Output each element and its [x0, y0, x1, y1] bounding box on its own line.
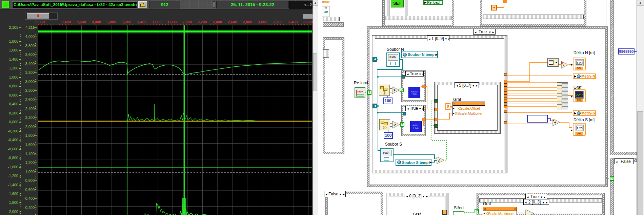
case-prev-icon[interactable]	[474, 29, 477, 34]
case-prev-icon[interactable]	[406, 71, 409, 76]
seq-next-icon[interactable]	[448, 36, 449, 41]
shift-register-left-icon[interactable]: ◀	[373, 104, 377, 108]
graf-property-node[interactable]: ?!?! XScale.Offset XScale.Multiplier	[452, 102, 485, 116]
y2-tick	[35, 156, 36, 156]
divide-node[interactable]: ÷	[561, 61, 569, 69]
y1-tick	[20, 142, 21, 142]
soubor-s-path-control[interactable]: Path	[380, 148, 394, 162]
case-dropdown-icon[interactable]	[419, 106, 421, 111]
reload-local-variable[interactable]: ▶ Re-load	[423, 0, 443, 5]
case-prev-icon[interactable]	[325, 192, 328, 196]
diagram-scrollbar[interactable]: ▲	[637, 0, 644, 215]
diagram-scrollbar-thumb[interactable]	[637, 111, 643, 215]
case-dropdown-icon[interactable]	[419, 71, 421, 76]
not-equal-node[interactable]: ≠	[437, 156, 445, 165]
soubor-s-temp-local[interactable]: Soubor S temp ▶	[396, 159, 431, 166]
set-button[interactable]: SET	[391, 0, 404, 7]
numeric-constant-100[interactable]: 100	[384, 132, 393, 139]
seq-dropdown-icon[interactable]	[472, 83, 475, 88]
array-size-node[interactable]: ▸	[547, 58, 559, 67]
metry-s-local[interactable]: ▶ Metry-S	[573, 110, 596, 116]
sequence-film-border	[483, 15, 584, 19]
bottom-right-case-selector[interactable]: True	[525, 194, 547, 199]
graph-position-slider-thumb[interactable]: 0	[27, 13, 49, 19]
seq-next-icon[interactable]	[476, 83, 478, 88]
y1-tick	[20, 74, 21, 75]
case-next-icon[interactable]	[422, 106, 424, 111]
y1-tick	[20, 146, 21, 147]
graf-property-node-2[interactable]: ?!?! XScale.Maximum	[483, 207, 517, 215]
y2-tick	[35, 41, 36, 41]
left-scrollbar-thumb[interactable]	[313, 53, 317, 91]
waveform-graph-plot	[38, 25, 312, 215]
case-prev-icon[interactable]	[615, 159, 618, 164]
seq-dropdown-icon[interactable]	[445, 36, 447, 41]
array-constant[interactable]	[527, 115, 548, 123]
file-path-field[interactable]: C:\Users\Pav...\Soft_2015\Uprava_dat\csa…	[12, 1, 137, 8]
seq-prev-icon[interactable]	[456, 83, 458, 88]
y-left-tick-label: -1,800	[1, 200, 18, 205]
build-array-node[interactable]	[557, 82, 568, 109]
far-right-case-selector[interactable]: False	[614, 158, 634, 164]
case-next-icon[interactable]	[492, 29, 495, 34]
seq-prev-icon[interactable]	[428, 36, 431, 41]
file-info-node[interactable]: ⓘ	[379, 85, 390, 96]
browse-file-button[interactable]	[138, 1, 147, 8]
sequence-structure-top-right[interactable]	[480, 0, 586, 26]
bottom-left-case-selector[interactable]: False	[324, 191, 346, 197]
bottom-sequence-selector[interactable]: 0 [0..3]	[405, 193, 429, 199]
greater-than-node[interactable]: >	[392, 86, 400, 94]
metry-n-local[interactable]: ▶ Metry-N	[573, 73, 596, 79]
seq-dropdown-icon[interactable]	[542, 200, 545, 205]
scroll-up-icon[interactable]: ▲	[637, 0, 644, 6]
read-binary-file-node[interactable]: READ FILE	[410, 121, 422, 132]
seq-prev-icon[interactable]	[524, 200, 527, 205]
soubor-n-path-control[interactable]: Path	[386, 52, 400, 67]
case-dropdown-icon[interactable]	[488, 29, 491, 34]
case-prev-icon[interactable]	[406, 106, 409, 111]
nav-button[interactable]: < - 2	[289, 1, 313, 9]
file-info-node[interactable]: ⓘ	[379, 119, 390, 130]
x-tick	[210, 24, 211, 25]
left-panel-scrollbar[interactable]: ▲	[313, 0, 318, 215]
stred-boolean-control[interactable]	[453, 211, 464, 215]
read-binary-file-node[interactable]: READ FILE	[408, 87, 420, 98]
numeric-constant-0[interactable]: 0	[445, 103, 450, 110]
seq-prev-icon[interactable]	[406, 194, 408, 198]
x-axis-tick-label: 1,600	[152, 20, 162, 24]
stred-label: Střed	[454, 206, 464, 210]
case-n-selector[interactable]: True	[405, 71, 424, 77]
divide-node[interactable]: ÷	[552, 119, 560, 126]
bottom-right-sequence-selector[interactable]: 2 [0..3]	[523, 199, 549, 205]
main-case-selector[interactable]: True	[473, 29, 496, 35]
clipped-property-node-text: mum	[322, 0, 337, 3]
graph-slider-right-box[interactable]	[303, 14, 313, 19]
clipped-structure-border	[323, 22, 344, 27]
run-led-indicator[interactable]	[2, 1, 9, 8]
case-next-icon[interactable]	[342, 192, 345, 196]
y-left-tick-label: 1,600	[1, 48, 18, 52]
reload-stop-button[interactable]: STOP	[355, 87, 365, 98]
y1-tick	[20, 81, 21, 82]
case-next-icon[interactable]	[543, 194, 546, 199]
y2-tick	[35, 133, 36, 133]
scroll-up-icon[interactable]: ▲	[313, 0, 318, 6]
soubor-n-temp-local[interactable]: Soubor N temp ▶	[401, 51, 438, 58]
case-s-selector[interactable]: True	[405, 106, 424, 111]
case-next-icon[interactable]	[422, 71, 424, 76]
seq-dropdown-icon[interactable]	[422, 194, 425, 198]
numeric-constant-big[interactable]: 9868950	[618, 48, 635, 55]
greater-than-node[interactable]: >	[392, 121, 400, 129]
function-node[interactable]	[525, 209, 535, 215]
y2-tick	[35, 165, 36, 165]
numeric-constant-100[interactable]: 100	[383, 98, 393, 104]
case-dropdown-icon[interactable]	[339, 192, 342, 196]
shift-register-left-icon[interactable]: ◀	[373, 57, 377, 62]
case-dropdown-icon[interactable]	[540, 194, 543, 199]
seq-next-icon[interactable]	[426, 194, 428, 198]
graf-sequence-selector[interactable]: 5 [0..7]	[455, 82, 479, 88]
sequence-frame-selector[interactable]: 1 [0..9]	[427, 36, 449, 41]
seq-next-icon[interactable]	[545, 200, 548, 205]
case-prev-icon[interactable]	[526, 194, 529, 199]
shift-register-right-icon[interactable]: ➜	[491, 5, 497, 10]
